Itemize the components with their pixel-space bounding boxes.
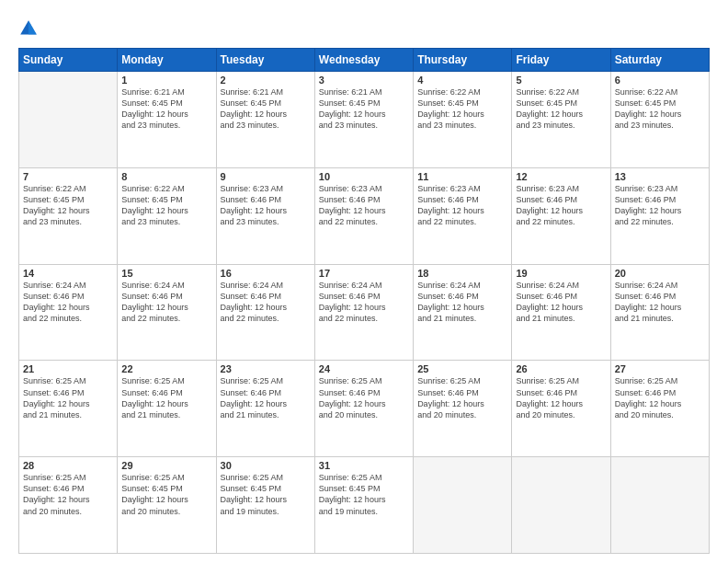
day-info: Sunrise: 6:25 AM Sunset: 6:46 PM Dayligh… bbox=[516, 375, 606, 420]
logo bbox=[18, 17, 40, 39]
weekday-header: Tuesday bbox=[216, 49, 314, 72]
calendar-day-cell: 7Sunrise: 6:22 AM Sunset: 6:45 PM Daylig… bbox=[19, 167, 118, 264]
day-info: Sunrise: 6:25 AM Sunset: 6:46 PM Dayligh… bbox=[319, 375, 409, 420]
day-number: 21 bbox=[23, 363, 113, 374]
day-info: Sunrise: 6:23 AM Sunset: 6:46 PM Dayligh… bbox=[221, 183, 311, 228]
calendar-day-cell: 19Sunrise: 6:24 AM Sunset: 6:46 PM Dayli… bbox=[512, 264, 610, 361]
calendar-week-row: 14Sunrise: 6:24 AM Sunset: 6:46 PM Dayli… bbox=[19, 264, 710, 361]
day-info: Sunrise: 6:23 AM Sunset: 6:46 PM Dayligh… bbox=[417, 183, 507, 228]
day-number: 24 bbox=[319, 363, 409, 374]
calendar-week-row: 1Sunrise: 6:21 AM Sunset: 6:45 PM Daylig… bbox=[19, 72, 710, 168]
calendar-day-cell: 4Sunrise: 6:22 AM Sunset: 6:45 PM Daylig… bbox=[414, 72, 512, 168]
weekday-header: Saturday bbox=[610, 49, 709, 72]
calendar-header-row: SundayMondayTuesdayWednesdayThursdayFrid… bbox=[19, 49, 710, 72]
calendar-week-row: 7Sunrise: 6:22 AM Sunset: 6:45 PM Daylig… bbox=[19, 167, 710, 264]
calendar-day-cell: 22Sunrise: 6:25 AM Sunset: 6:46 PM Dayli… bbox=[118, 361, 216, 457]
day-info: Sunrise: 6:21 AM Sunset: 6:45 PM Dayligh… bbox=[319, 86, 409, 132]
calendar-table: SundayMondayTuesdayWednesdayThursdayFrid… bbox=[18, 48, 710, 554]
calendar-day-cell: 6Sunrise: 6:22 AM Sunset: 6:45 PM Daylig… bbox=[610, 72, 709, 168]
day-number: 19 bbox=[516, 268, 606, 279]
day-info: Sunrise: 6:22 AM Sunset: 6:45 PM Dayligh… bbox=[615, 86, 705, 132]
calendar-day-cell bbox=[414, 457, 512, 554]
calendar-day-cell: 25Sunrise: 6:25 AM Sunset: 6:46 PM Dayli… bbox=[414, 361, 512, 457]
day-info: Sunrise: 6:25 AM Sunset: 6:45 PM Dayligh… bbox=[319, 472, 409, 517]
calendar-week-row: 28Sunrise: 6:25 AM Sunset: 6:46 PM Dayli… bbox=[19, 457, 710, 554]
calendar-day-cell bbox=[19, 72, 118, 168]
day-info: Sunrise: 6:25 AM Sunset: 6:45 PM Dayligh… bbox=[221, 472, 311, 517]
calendar-day-cell: 24Sunrise: 6:25 AM Sunset: 6:46 PM Dayli… bbox=[314, 361, 413, 457]
calendar-day-cell: 9Sunrise: 6:23 AM Sunset: 6:46 PM Daylig… bbox=[216, 167, 314, 264]
day-number: 1 bbox=[121, 75, 211, 86]
weekday-header: Monday bbox=[118, 49, 216, 72]
day-number: 4 bbox=[417, 75, 507, 86]
calendar-day-cell: 26Sunrise: 6:25 AM Sunset: 6:46 PM Dayli… bbox=[512, 361, 610, 457]
day-number: 8 bbox=[121, 171, 211, 182]
day-info: Sunrise: 6:22 AM Sunset: 6:45 PM Dayligh… bbox=[417, 86, 507, 132]
day-number: 12 bbox=[516, 171, 606, 182]
day-number: 7 bbox=[23, 171, 113, 182]
day-number: 14 bbox=[23, 268, 113, 279]
calendar-day-cell: 31Sunrise: 6:25 AM Sunset: 6:45 PM Dayli… bbox=[314, 457, 413, 554]
weekday-header: Wednesday bbox=[314, 49, 413, 72]
calendar-day-cell: 10Sunrise: 6:23 AM Sunset: 6:46 PM Dayli… bbox=[314, 167, 413, 264]
day-number: 13 bbox=[615, 171, 705, 182]
day-info: Sunrise: 6:22 AM Sunset: 6:45 PM Dayligh… bbox=[516, 86, 606, 132]
day-info: Sunrise: 6:24 AM Sunset: 6:46 PM Dayligh… bbox=[221, 280, 311, 325]
day-info: Sunrise: 6:21 AM Sunset: 6:45 PM Dayligh… bbox=[121, 86, 211, 132]
calendar-day-cell: 30Sunrise: 6:25 AM Sunset: 6:45 PM Dayli… bbox=[216, 457, 314, 554]
day-number: 20 bbox=[615, 268, 705, 279]
day-info: Sunrise: 6:24 AM Sunset: 6:46 PM Dayligh… bbox=[516, 280, 606, 325]
day-number: 5 bbox=[516, 75, 606, 86]
day-info: Sunrise: 6:25 AM Sunset: 6:46 PM Dayligh… bbox=[221, 375, 311, 420]
day-number: 16 bbox=[221, 268, 311, 279]
day-info: Sunrise: 6:25 AM Sunset: 6:46 PM Dayligh… bbox=[23, 472, 113, 517]
calendar-day-cell: 8Sunrise: 6:22 AM Sunset: 6:45 PM Daylig… bbox=[118, 167, 216, 264]
day-number: 6 bbox=[615, 75, 705, 86]
calendar-day-cell: 21Sunrise: 6:25 AM Sunset: 6:46 PM Dayli… bbox=[19, 361, 118, 457]
page: SundayMondayTuesdayWednesdayThursdayFrid… bbox=[0, 0, 728, 563]
day-info: Sunrise: 6:24 AM Sunset: 6:46 PM Dayligh… bbox=[23, 280, 113, 325]
calendar-week-row: 21Sunrise: 6:25 AM Sunset: 6:46 PM Dayli… bbox=[19, 361, 710, 457]
day-number: 22 bbox=[121, 363, 211, 374]
day-number: 28 bbox=[23, 460, 113, 471]
weekday-header: Sunday bbox=[19, 49, 118, 72]
day-info: Sunrise: 6:22 AM Sunset: 6:45 PM Dayligh… bbox=[121, 183, 211, 228]
day-info: Sunrise: 6:24 AM Sunset: 6:46 PM Dayligh… bbox=[417, 280, 507, 325]
weekday-header: Thursday bbox=[414, 49, 512, 72]
day-number: 9 bbox=[221, 171, 311, 182]
header bbox=[18, 17, 710, 39]
day-number: 31 bbox=[319, 460, 409, 471]
day-number: 25 bbox=[417, 363, 507, 374]
day-info: Sunrise: 6:25 AM Sunset: 6:46 PM Dayligh… bbox=[23, 375, 113, 420]
day-number: 30 bbox=[221, 460, 311, 471]
day-info: Sunrise: 6:25 AM Sunset: 6:46 PM Dayligh… bbox=[121, 375, 211, 420]
calendar-day-cell: 18Sunrise: 6:24 AM Sunset: 6:46 PM Dayli… bbox=[414, 264, 512, 361]
day-number: 23 bbox=[221, 363, 311, 374]
day-info: Sunrise: 6:23 AM Sunset: 6:46 PM Dayligh… bbox=[516, 183, 606, 228]
calendar-day-cell: 1Sunrise: 6:21 AM Sunset: 6:45 PM Daylig… bbox=[118, 72, 216, 168]
svg-marker-1 bbox=[28, 20, 37, 34]
calendar-day-cell: 15Sunrise: 6:24 AM Sunset: 6:46 PM Dayli… bbox=[118, 264, 216, 361]
calendar-day-cell: 28Sunrise: 6:25 AM Sunset: 6:46 PM Dayli… bbox=[19, 457, 118, 554]
day-info: Sunrise: 6:24 AM Sunset: 6:46 PM Dayligh… bbox=[615, 280, 705, 325]
day-info: Sunrise: 6:25 AM Sunset: 6:46 PM Dayligh… bbox=[615, 375, 705, 420]
calendar-day-cell bbox=[512, 457, 610, 554]
day-info: Sunrise: 6:23 AM Sunset: 6:46 PM Dayligh… bbox=[319, 183, 409, 228]
calendar-day-cell bbox=[610, 457, 709, 554]
calendar-day-cell: 29Sunrise: 6:25 AM Sunset: 6:45 PM Dayli… bbox=[118, 457, 216, 554]
day-number: 2 bbox=[221, 75, 311, 86]
day-info: Sunrise: 6:25 AM Sunset: 6:45 PM Dayligh… bbox=[121, 472, 211, 517]
calendar-day-cell: 11Sunrise: 6:23 AM Sunset: 6:46 PM Dayli… bbox=[414, 167, 512, 264]
day-info: Sunrise: 6:23 AM Sunset: 6:46 PM Dayligh… bbox=[615, 183, 705, 228]
calendar-day-cell: 3Sunrise: 6:21 AM Sunset: 6:45 PM Daylig… bbox=[314, 72, 413, 168]
day-info: Sunrise: 6:21 AM Sunset: 6:45 PM Dayligh… bbox=[221, 86, 311, 132]
day-number: 17 bbox=[319, 268, 409, 279]
calendar-day-cell: 20Sunrise: 6:24 AM Sunset: 6:46 PM Dayli… bbox=[610, 264, 709, 361]
calendar-day-cell: 23Sunrise: 6:25 AM Sunset: 6:46 PM Dayli… bbox=[216, 361, 314, 457]
day-info: Sunrise: 6:25 AM Sunset: 6:46 PM Dayligh… bbox=[417, 375, 507, 420]
day-number: 11 bbox=[417, 171, 507, 182]
day-number: 15 bbox=[121, 268, 211, 279]
calendar-day-cell: 13Sunrise: 6:23 AM Sunset: 6:46 PM Dayli… bbox=[610, 167, 709, 264]
day-number: 18 bbox=[417, 268, 507, 279]
calendar-day-cell: 2Sunrise: 6:21 AM Sunset: 6:45 PM Daylig… bbox=[216, 72, 314, 168]
